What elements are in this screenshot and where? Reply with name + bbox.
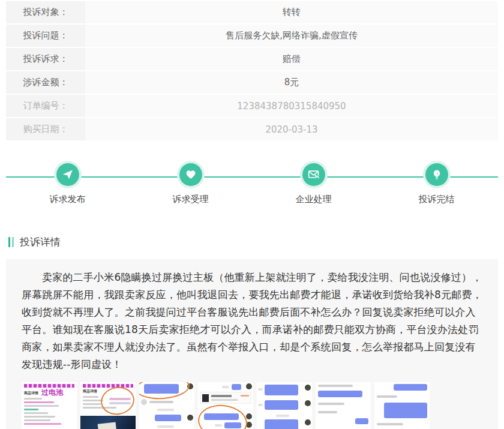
text-line <box>83 403 101 405</box>
chat-text <box>318 403 344 405</box>
row-value: 2020-03-13 <box>85 118 498 140</box>
card-image <box>202 394 209 402</box>
chat-bubble <box>155 415 181 421</box>
text-line <box>83 400 103 401</box>
text-line <box>83 396 98 398</box>
chat-text <box>149 401 173 403</box>
text-line <box>24 398 42 400</box>
text-line <box>24 412 48 414</box>
text-line <box>24 416 55 418</box>
row-value: 转转 <box>85 1 498 23</box>
chat-timestamp <box>276 415 289 417</box>
attachment-photo <box>80 416 136 429</box>
attachment-thumbnail-chat[interactable] <box>316 382 371 429</box>
accent-bar <box>8 237 10 247</box>
table-row: 订单编号： 1238438780315840950 <box>6 95 498 117</box>
attachment-thumbnail-product-annotated[interactable]: 商品详情 <box>80 382 136 429</box>
chat-bubble <box>394 384 427 391</box>
table-row: 涉诉金额： 8元 <box>6 71 498 94</box>
chat-timestamp <box>157 409 174 411</box>
attachment-thumbnail-chat[interactable] <box>374 382 430 429</box>
step-label: 企业处理 <box>296 194 332 205</box>
text-line <box>24 409 38 410</box>
row-label: 购买日期： <box>6 118 85 140</box>
row-label: 涉诉金额： <box>6 71 85 94</box>
chat-avatar <box>305 400 311 406</box>
orange-annotation-circle <box>139 382 190 401</box>
row-value: 赔偿 <box>85 48 498 70</box>
chat-avatar <box>187 415 193 421</box>
product-headline: 过电池 <box>41 389 63 396</box>
detail-section-header: 投诉详情 <box>8 235 504 248</box>
row-label: 投诉问题： <box>6 25 85 47</box>
complaint-detail-panel: 卖家的二手小米6隐瞒换过屏换过主板（他重新上架就注明了，卖给我没注明、问也说没修… <box>6 259 498 429</box>
card-subtitle <box>211 399 238 401</box>
card-link <box>241 395 249 397</box>
row-label: 投诉诉求： <box>6 48 85 70</box>
text-line <box>24 405 59 407</box>
chat-bubble <box>265 385 298 395</box>
step-label: 诉求发布 <box>50 194 86 205</box>
row-label: 投诉对象： <box>6 1 85 23</box>
chat-avatar <box>141 399 147 405</box>
paper-plane-icon <box>56 163 79 186</box>
attachment-thumbnail-chat[interactable] <box>257 382 312 429</box>
chat-timestamp <box>258 388 263 391</box>
heart-icon <box>179 163 202 186</box>
table-row: 投诉对象： 转转 <box>6 1 498 23</box>
table-row: 购买日期： 2020-03-13 <box>6 118 498 140</box>
attachment-thumbnail-chat-card-annotated[interactable] <box>198 382 253 429</box>
chat-avatar <box>246 413 252 419</box>
chat-bubble <box>265 419 298 429</box>
progress-timeline: 诉求发布 诉求受理 企业处理 <box>0 142 504 224</box>
accent-bar <box>12 237 14 247</box>
chat-text <box>377 395 397 398</box>
chat-text <box>318 411 337 413</box>
orange-annotation-circle <box>198 403 249 429</box>
chat-timestamp <box>258 404 263 406</box>
chat-bubble <box>318 391 362 397</box>
chat-bubble <box>232 384 241 390</box>
chat-avatar <box>246 383 252 389</box>
chat-bubble <box>265 400 298 410</box>
row-value: 1238438780315840950 <box>85 95 498 117</box>
step-company-processing: 企业处理 <box>252 142 375 205</box>
chat-bubble <box>384 403 427 418</box>
step-demand-accepted: 诉求受理 <box>129 142 252 205</box>
step-label: 诉求受理 <box>173 194 209 205</box>
text-line <box>24 401 54 403</box>
section-title: 投诉详情 <box>20 235 61 249</box>
table-row: 投诉诉求： 赔偿 <box>6 48 498 70</box>
row-label: 订单编号： <box>6 95 85 117</box>
chat-bubble <box>355 418 368 424</box>
product-page-title: 商品详情 <box>24 391 38 396</box>
step-demand-published: 诉求发布 <box>6 142 129 205</box>
chat-timestamp <box>157 425 174 428</box>
evidence-thumbnails: 商品详情 过电池 商品详情 <box>22 382 482 429</box>
chat-avatar <box>305 385 311 391</box>
chat-text <box>377 423 403 425</box>
bulb-icon <box>425 163 448 186</box>
step-complaint-finished: 投诉完结 <box>375 142 498 205</box>
attachment-thumbnail-chat-annotated[interactable] <box>139 382 194 429</box>
text-line <box>24 423 61 425</box>
mail-reply-icon <box>302 163 325 186</box>
attachment-thumbnail-product[interactable]: 商品详情 过电池 <box>22 382 77 429</box>
table-row: 投诉问题： 售后服务欠缺,网络诈骗,虚假宣传 <box>6 25 498 47</box>
chat-avatar <box>305 419 311 425</box>
row-value: 售后服务欠缺,网络诈骗,虚假宣传 <box>85 25 498 47</box>
complaint-info-table: 投诉对象： 转转 投诉问题： 售后服务欠缺,网络诈骗,虚假宣传 投诉诉求： 赔偿… <box>6 1 498 140</box>
magenta-title-strip <box>83 384 133 388</box>
text-line <box>24 419 50 421</box>
magenta-title-strip <box>24 384 74 388</box>
chat-timestamp <box>222 386 229 388</box>
complaint-text: 卖家的二手小米6隐瞒换过屏换过主板（他重新上架就注明了，卖给我没注明、问也说没修… <box>22 269 482 373</box>
product-card <box>200 392 251 404</box>
row-value: 8元 <box>85 71 498 94</box>
card-title <box>211 395 232 397</box>
chat-text <box>318 385 353 387</box>
step-label: 投诉完结 <box>419 194 455 205</box>
product-page-title: 商品详情 <box>83 389 97 394</box>
